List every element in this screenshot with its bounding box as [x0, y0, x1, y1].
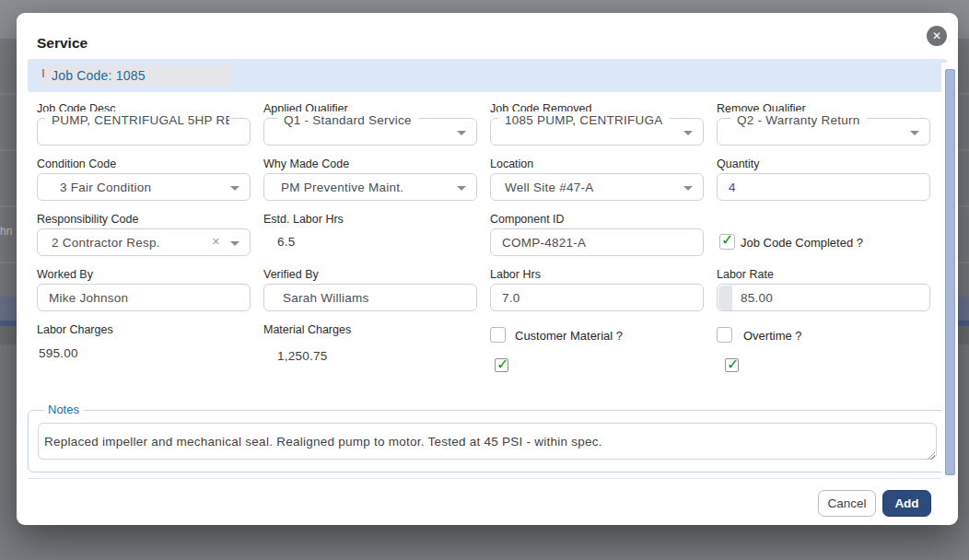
remove-qualifier-select[interactable]: Q2 - Warranty Return [717, 118, 930, 146]
footer-divider [28, 478, 947, 479]
verified-by-label: Verified By [263, 268, 319, 281]
labor-rate-input[interactable] [717, 284, 930, 311]
location-label: Location [490, 158, 533, 170]
chevron-down-icon[interactable] [457, 131, 466, 135]
text-cursor [42, 69, 44, 77]
scrollbar-thumb[interactable] [945, 69, 955, 475]
job-code-desc-input[interactable]: PUMP, CENTRIFUGAL 5HP REPAI [37, 118, 251, 146]
component-id-field[interactable] [491, 229, 703, 255]
notes-fieldset: Notes Replaced impeller and mechanical s… [28, 410, 947, 472]
component-id-label: Component ID [490, 213, 565, 226]
checkmark-icon: ✓ [721, 231, 733, 249]
applied-qualifier-value: Q1 - Standard Service [277, 111, 418, 127]
background-text-fragment: chn [0, 225, 17, 238]
customer-material-label: Customer Material ? [515, 329, 623, 343]
labor-charges-label: Labor Charges [37, 323, 113, 336]
job-code-completed-checkbox[interactable]: ✓ [719, 234, 735, 250]
add-button[interactable]: Add [882, 490, 931, 517]
checkmark-icon: ✓ [727, 356, 739, 373]
cancel-button[interactable]: Cancel [818, 490, 876, 517]
quantity-field[interactable] [718, 174, 929, 200]
clear-icon[interactable]: ✕ [212, 236, 220, 248]
chevron-down-icon[interactable] [230, 186, 239, 191]
job-code-header-bar: Job Code: 1085 [28, 59, 947, 92]
overtime-flag-checkbox[interactable]: ✓ [725, 358, 739, 372]
material-charges-label: Material Charges [263, 323, 351, 336]
why-made-code-value: PM Preventive Maint. [281, 181, 403, 194]
estd-labor-hrs-label: Estd. Labor Hrs [263, 213, 344, 226]
verified-by-field[interactable] [264, 285, 476, 310]
close-icon[interactable]: ✕ [927, 26, 947, 46]
estd-labor-hrs-value: 6.5 [277, 235, 296, 249]
job-code-completed-label: Job Code Completed ? [741, 236, 863, 250]
job-code-desc-value: PUMP, CENTRIFUGAL 5HP REPAI [45, 111, 229, 127]
labor-charges-value: 595.00 [39, 346, 78, 360]
dialog-title: Service [37, 35, 88, 52]
quantity-label: Quantity [717, 158, 760, 170]
chevron-down-icon[interactable] [457, 186, 466, 191]
service-dialog: Service ✕ Job Code: 1085 Job Code Desc P… [17, 13, 958, 525]
remove-qualifier-value: Q2 - Warranty Return [730, 111, 867, 127]
customer-material-checkbox[interactable] [490, 327, 506, 343]
responsibility-code-label: Responsibility Code [37, 213, 138, 226]
labor-rate-label: Labor Rate [717, 268, 774, 281]
job-code-removed-select[interactable]: 1085 PUMP, CENTRIFUGA [490, 118, 704, 146]
why-made-code-select[interactable]: PM Preventive Maint. [263, 173, 477, 201]
chevron-down-icon[interactable] [230, 241, 239, 246]
location-select[interactable]: Well Site #47-A [490, 173, 704, 201]
location-value: Well Site #47-A [505, 181, 594, 194]
resize-grip-icon[interactable] [927, 451, 935, 460]
verified-by-input[interactable] [263, 284, 477, 311]
component-id-input[interactable] [490, 228, 704, 256]
chevron-down-icon[interactable] [683, 186, 693, 191]
notes-legend: Notes [43, 402, 84, 416]
job-code-text: Job Code: 1085 [52, 68, 146, 83]
job-code-removed-value: 1085 PUMP, CENTRIFUGA [498, 111, 670, 127]
notes-textarea[interactable]: Replaced impeller and mechanical seal. R… [38, 423, 937, 460]
responsibility-code-select[interactable]: 2 Contractor Resp. ✕ [37, 228, 251, 256]
labor-hrs-input[interactable] [490, 284, 704, 311]
condition-code-select[interactable]: 3 Fair Condition [37, 173, 251, 201]
labor-rate-field[interactable] [718, 285, 929, 310]
responsibility-code-value: 2 Contractor Resp. [52, 236, 160, 250]
quantity-input[interactable] [717, 173, 930, 201]
checkmark-icon: ✓ [496, 356, 508, 373]
overtime-label: Overtime ? [743, 329, 802, 343]
worked-by-input[interactable] [37, 284, 251, 311]
material-charges-value: 1,250.75 [277, 349, 328, 363]
why-made-code-label: Why Made Code [263, 158, 349, 170]
chevron-down-icon[interactable] [683, 131, 693, 135]
labor-hrs-label: Labor Hrs [490, 268, 541, 281]
chevron-down-icon[interactable] [910, 131, 919, 135]
worked-by-field[interactable] [38, 285, 250, 310]
overtime-checkbox[interactable] [717, 327, 732, 343]
applied-qualifier-select[interactable]: Q1 - Standard Service [263, 118, 477, 146]
condition-code-label: Condition Code [37, 158, 116, 170]
worked-by-label: Worked By [37, 268, 93, 281]
customer-material-flag-checkbox[interactable]: ✓ [495, 358, 508, 372]
labor-hrs-field[interactable] [491, 285, 703, 310]
condition-code-value: 3 Fair Condition [60, 181, 151, 194]
